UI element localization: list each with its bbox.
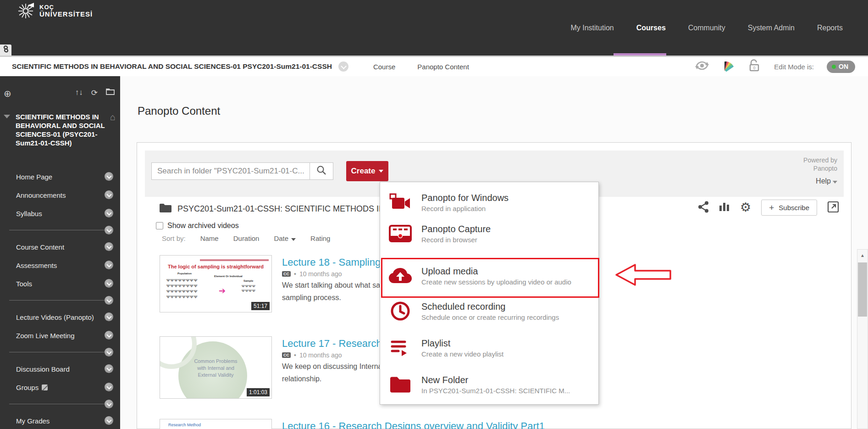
scrollbar-up-arrow[interactable]: ▲: [857, 250, 868, 261]
sidebar-item-my-grades[interactable]: My Grades: [0, 412, 120, 429]
reorder-icon[interactable]: ↑↓: [75, 88, 83, 98]
nav-tab-my-institution[interactable]: My Institution: [571, 24, 614, 32]
sort-by-name[interactable]: Name: [200, 234, 219, 242]
quick-links-tab[interactable]: [0, 45, 11, 56]
folder-view-icon[interactable]: [106, 88, 115, 98]
sidebar-item-zoom-live-meeting[interactable]: Zoom Live Meeting: [0, 326, 120, 345]
divider-chevron-icon[interactable]: [105, 348, 113, 357]
nav-tab-courses[interactable]: Courses: [636, 24, 666, 32]
sidebar-item-lecture-videos[interactable]: Lecture Videos (Panopto): [0, 308, 120, 326]
university-logo[interactable]: KOÇ ÜNİVERSİTESİ: [17, 2, 93, 20]
top-navigation: My Institution Courses Community System …: [571, 24, 843, 32]
captions-badge: CC: [282, 271, 291, 277]
new-folder-icon: [387, 372, 413, 397]
item-chevron-icon[interactable]: [105, 312, 113, 321]
video-title-link[interactable]: Lecture 16 - Research Designs overview a…: [282, 420, 545, 429]
sidebar-item-discussion-board[interactable]: Discussion Board: [0, 360, 120, 378]
sidebar-item-groups[interactable]: Groups: [0, 378, 120, 396]
folder-actions: ⚙ + Subscribe: [698, 200, 839, 216]
video-thumbnail[interactable]: Common Problems with Internal and Extern…: [160, 336, 272, 399]
upload-cloud-icon: [387, 263, 413, 289]
item-chevron-icon[interactable]: [105, 209, 113, 217]
breadcrumb-expand-icon[interactable]: [338, 61, 348, 72]
sidebar-item-tools[interactable]: Tools: [0, 274, 120, 293]
subscribe-button[interactable]: + Subscribe: [761, 200, 817, 216]
theme-palette-icon[interactable]: [723, 60, 735, 73]
video-duration-badge: 51:17: [251, 302, 270, 310]
video-thumbnail[interactable]: The logic of sampling is straightforward…: [160, 255, 272, 312]
show-archived-row: Show archived videos: [156, 222, 239, 230]
nav-tab-system-admin[interactable]: System Admin: [748, 24, 795, 32]
scrollbar-thumb[interactable]: [858, 262, 867, 317]
item-chevron-icon[interactable]: [105, 190, 113, 199]
edit-mode-toggle[interactable]: ON: [827, 61, 855, 73]
folder-icon: [160, 203, 171, 215]
menu-divider: [0, 293, 120, 308]
item-chevron-icon[interactable]: [105, 416, 113, 425]
panopto-list-scrollbar[interactable]: ▲: [857, 249, 868, 429]
item-chevron-icon[interactable]: [105, 279, 113, 288]
menu-item-panopto-for-windows[interactable]: Panopto for Windows Record in applicatio…: [380, 189, 598, 216]
sunburst-logo-icon: [17, 2, 35, 20]
menu-item-playlist[interactable]: Playlist Create a new video playlist: [380, 334, 598, 362]
refresh-icon[interactable]: ⟳: [91, 88, 98, 98]
nav-tab-community[interactable]: Community: [688, 24, 725, 32]
sidebar-item-course-content[interactable]: Course Content: [0, 238, 120, 256]
menu-item-new-folder[interactable]: New Folder In PSYC201-Sum21-01-CSSH: SCI…: [380, 370, 598, 399]
sidebar-item-announcements[interactable]: Announcements: [0, 186, 120, 204]
item-chevron-icon[interactable]: [105, 364, 113, 373]
item-chevron-icon[interactable]: [105, 261, 113, 269]
sidebar-item-assessments[interactable]: Assessments: [0, 256, 120, 274]
menu-divider: [0, 345, 120, 360]
breadcrumb-link-course[interactable]: Course: [373, 63, 395, 71]
settings-gear-icon[interactable]: ⚙: [740, 201, 751, 214]
help-menu[interactable]: Help: [816, 177, 837, 185]
search-input[interactable]: [151, 162, 310, 180]
stats-bar-chart-icon[interactable]: [719, 201, 730, 215]
video-thumbnail[interactable]: Research Method: [160, 419, 272, 429]
video-duration-badge: 1:01:03: [247, 388, 270, 396]
video-title-link[interactable]: Lecture 18 - Sampling: [282, 256, 381, 268]
share-icon[interactable]: [698, 201, 709, 215]
menu-item-panopto-capture[interactable]: Panopto Capture Record in browser: [380, 220, 598, 247]
edit-mode-label: Edit Mode is:: [774, 63, 814, 71]
item-chevron-icon[interactable]: [105, 242, 113, 251]
item-chevron-icon[interactable]: [105, 172, 113, 181]
create-button[interactable]: Create: [346, 161, 388, 181]
menu-item-scheduled-recording[interactable]: Scheduled recording Schedule once or cre…: [380, 297, 598, 325]
sort-bar: Sort by: Name Duration Date Rating: [162, 234, 330, 242]
collapse-menu-arrow-icon[interactable]: [4, 115, 10, 118]
course-menu: Home Page Announcements Syllabus Course …: [0, 167, 120, 429]
plus-icon: +: [769, 203, 774, 213]
video-meta: CC•10 months ago: [282, 270, 342, 278]
clock-icon: [387, 298, 413, 324]
divider-chevron-icon[interactable]: [105, 226, 113, 234]
sort-by-duration[interactable]: Duration: [233, 234, 260, 242]
sort-by-label: Sort by:: [162, 234, 186, 242]
nav-tab-reports[interactable]: Reports: [817, 24, 843, 32]
caret-down-icon: [379, 170, 383, 173]
sidebar-course-title[interactable]: SCIENTIFIC METHODS IN BEHAVIORAL AND SOC…: [16, 112, 105, 147]
unlocked-padlock-icon[interactable]: 0: [747, 59, 761, 74]
top-header: KOÇ ÜNİVERSİTESİ My Institution Courses …: [0, 0, 868, 57]
menu-item-upload-media[interactable]: Upload media Create new sessions by uplo…: [380, 261, 598, 290]
show-archived-checkbox[interactable]: [156, 222, 163, 229]
divider-chevron-icon[interactable]: [105, 296, 113, 305]
sidebar-item-syllabus[interactable]: Syllabus: [0, 204, 120, 223]
item-chevron-icon[interactable]: [105, 383, 113, 391]
sort-by-date[interactable]: Date: [274, 234, 296, 242]
divider-chevron-icon[interactable]: [105, 400, 113, 408]
current-folder-header[interactable]: PSYC201-Sum21-01-CSSH: SCIENTIFIC METHOD…: [160, 203, 385, 215]
sort-by-rating[interactable]: Rating: [310, 234, 330, 242]
breadcrumb-link-panopto-content[interactable]: Panopto Content: [417, 63, 469, 71]
breadcrumb-bar: SCIENTIFIC METHODS IN BEHAVIORAL AND SOC…: [0, 57, 868, 76]
item-chevron-icon[interactable]: [105, 331, 113, 340]
student-preview-icon[interactable]: [694, 60, 710, 73]
search-button[interactable]: [310, 162, 333, 180]
sidebar-item-home-page[interactable]: Home Page: [0, 167, 120, 186]
create-dropdown-menu: Panopto for Windows Record in applicatio…: [380, 182, 599, 405]
video-title-link[interactable]: Lecture 17 - Research: [282, 338, 382, 350]
open-in-new-window-icon[interactable]: [827, 201, 839, 215]
breadcrumb: SCIENTIFIC METHODS IN BEHAVIORAL AND SOC…: [12, 57, 469, 76]
add-menu-item-icon[interactable]: ⊕: [4, 88, 11, 99]
